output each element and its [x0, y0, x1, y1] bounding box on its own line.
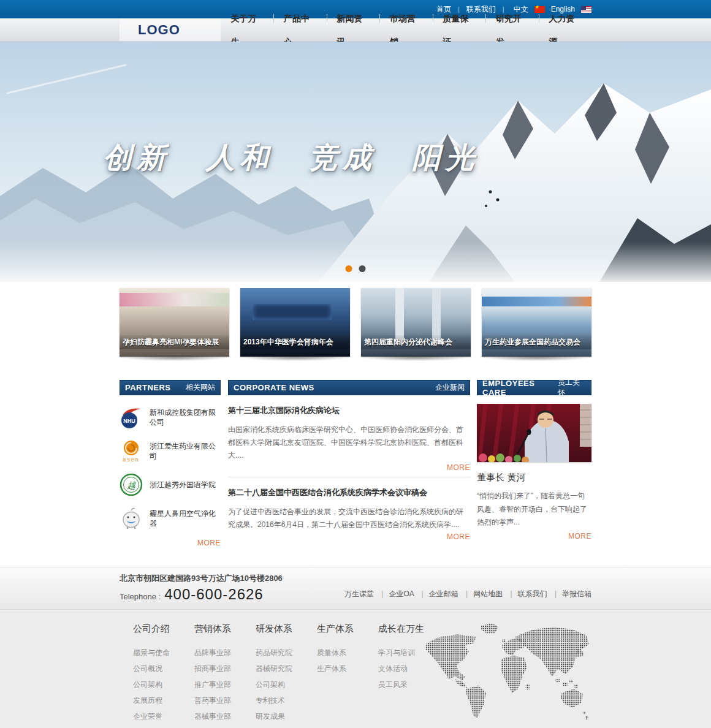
corporate-news-panel: CORPORATE NEWS 企业新闻 第十三届北京国际消化疾病论坛 由国家消化… [228, 380, 470, 547]
partner-link-maixingren[interactable]: 霾星人鼻用空气净化器 [120, 507, 221, 530]
partner-name: 浙江爱生药业有限公司 [150, 441, 221, 461]
partners-title: PARTNERS [125, 383, 171, 392]
carousel-dot-2[interactable] [359, 265, 366, 272]
care-subtitle-link[interactable]: 员工关怀 [558, 377, 586, 398]
carousel-dots [346, 265, 366, 272]
thumbnail-caption: 2013年中华医学会肾病年会 [240, 335, 350, 349]
news-item-body: 由国家消化系统疾病临床医学研究中心、中国医师协会消化医师分会、首都医科大学附属北… [228, 423, 470, 462]
world-map-graphic [421, 620, 596, 725]
footer-link[interactable]: 电商事业部 [194, 724, 256, 728]
news-more-link[interactable]: MORE [228, 463, 470, 472]
main-nav: 关于万生 产品中心 新闻资讯 市场营销 质量保证 研究开发 人力资源 [221, 18, 591, 41]
footer-col-title: 研发体系 [256, 623, 317, 635]
asen-logo-icon: asen [120, 439, 143, 463]
logo[interactable]: LOGO [120, 18, 221, 41]
thumbnail-caption: 孕妇防霾鼻亮相MI孕婴体验展 [120, 335, 229, 349]
footer-link[interactable]: 公司架构 [256, 677, 317, 692]
news-title: CORPORATE NEWS [234, 383, 314, 392]
news-item: 第十三届北京国际消化疾病论坛 由国家消化系统疾病临床医学研究中心、中国医师协会消… [228, 395, 470, 477]
quick-links: 万生课堂 企业OA 企业邮箱 网站地图 联系我们 举报信箱 [344, 589, 591, 603]
svg-text:asen: asen [123, 457, 140, 463]
footer: 公司介绍 愿景与使命 公司概况 公司架构 发展历程 企业荣誉 员工关怀 营销体系… [0, 610, 711, 728]
footer-col-marketing: 营销体系 品牌事业部 招商事业部 推广事业部 普药事业部 器械事业部 电商事业部 [194, 623, 256, 728]
svg-text:NHU: NHU [123, 418, 135, 424]
logo-text: LOGO [138, 22, 180, 38]
care-title: EMPLOYEES CARE [482, 379, 558, 397]
footer-col-production: 生产体系 质量体系 生产体系 [317, 623, 378, 728]
footer-link[interactable]: 公司架构 [133, 677, 194, 692]
quicklink-mail[interactable]: 企业邮箱 [416, 590, 458, 598]
thumbnail-expo-4[interactable]: 万生药业参展全国药品交易会 [482, 288, 591, 357]
news-item-title[interactable]: 第十三届北京国际消化疾病论坛 [228, 405, 470, 416]
footer-link[interactable]: 专利技术 [256, 692, 317, 708]
partners-header: PARTNERS 相关网站 [120, 380, 221, 395]
footer-link[interactable]: 企业荣誉 [133, 708, 194, 724]
quicklink-oa[interactable]: 企业OA [376, 590, 414, 598]
quicklink-sitemap[interactable]: 网站地图 [460, 590, 503, 598]
care-body: “悄悄的我们来了”，随着黄总一句风趣、睿智的开场白，台下响起了热烈的掌声... [477, 490, 591, 529]
footer-link[interactable]: 推广事业部 [194, 677, 256, 692]
partner-link-asen[interactable]: asen 浙江爱生药业有限公司 [120, 439, 221, 463]
company-address: 北京市朝阳区建国路93号万达广场10号楼2806 [120, 573, 283, 584]
footer-link[interactable]: 公司概况 [133, 661, 194, 677]
care-header: EMPLOYEES CARE 员工关怀 [477, 380, 591, 395]
svg-text:越: 越 [127, 481, 136, 490]
thumbnail-caption: 第四届重阳内分泌代谢峰会 [361, 335, 471, 349]
footer-link[interactable]: 器械研究院 [256, 661, 317, 677]
footer-col-title: 营销体系 [194, 623, 256, 635]
care-more-link[interactable]: MORE [477, 532, 591, 540]
footer-link[interactable]: 器械事业部 [194, 708, 256, 724]
hero-banner: 创新人和竞成阳光 [0, 42, 711, 282]
footer-link[interactable]: 普药事业部 [194, 692, 256, 708]
nhu-logo-icon: NHU [120, 406, 143, 429]
news-subtitle-link[interactable]: 企业新闻 [435, 382, 465, 393]
partner-link-nhu[interactable]: NHU 新和成控股集团有限公司 [120, 406, 221, 429]
partners-panel: PARTNERS 相关网站 NHU 新和成控股集团有限公司 asen 浙江 [120, 380, 221, 547]
news-header: CORPORATE NEWS 企业新闻 [228, 380, 470, 395]
maixingren-mascot-icon [120, 507, 143, 530]
partner-name: 新和成控股集团有限公司 [150, 408, 221, 427]
news-item: 第二十八届全国中西医结合消化系统疾病学术会议审稿会 为了促进中西医结合事业的发展… [228, 477, 470, 546]
quicklink-report[interactable]: 举报信箱 [549, 590, 591, 598]
chairman-speech-photo[interactable] [477, 404, 591, 462]
employees-care-panel: EMPLOYEES CARE 员工关怀 [477, 380, 591, 547]
footer-link[interactable]: 质量体系 [317, 645, 378, 661]
partner-name: 霾星人鼻用空气净化器 [150, 509, 221, 528]
chairman-name[interactable]: 董事长 黄河 [477, 472, 591, 483]
content-columns: PARTNERS 相关网站 NHU 新和成控股集团有限公司 asen 浙江 [0, 380, 711, 547]
footer-link[interactable]: 品牌事业部 [194, 645, 256, 661]
footer-col-company: 公司介绍 愿景与使命 公司概况 公司架构 发展历程 企业荣誉 员工关怀 [133, 623, 194, 728]
footer-link[interactable]: 研发成果 [256, 708, 317, 724]
footer-link[interactable]: 愿景与使命 [133, 645, 194, 661]
partner-link-yuexiu[interactable]: 越 浙江越秀外国语学院 [120, 473, 221, 496]
telephone-label: Telephone : [120, 592, 161, 601]
footer-col-title: 公司介绍 [133, 623, 194, 635]
thumbnail-expo-3[interactable]: 第四届重阳内分泌代谢峰会 [361, 288, 471, 357]
news-more-link[interactable]: MORE [228, 533, 470, 541]
footer-link[interactable]: 员工关怀 [133, 724, 194, 728]
contact-block: 北京市朝阳区建国路93号万达广场10号楼2806 Telephone : 400… [120, 573, 283, 603]
news-item-title[interactable]: 第二十八届全国中西医结合消化系统疾病学术会议审稿会 [228, 487, 470, 498]
footer-link[interactable]: 生产体系 [317, 661, 378, 677]
footer-link[interactable]: 发展历程 [133, 692, 194, 708]
footer-col-title: 生产体系 [317, 623, 378, 635]
partners-subtitle-link[interactable]: 相关网站 [186, 382, 215, 393]
thumbnail-expo-1[interactable]: 孕妇防霾鼻亮相MI孕婴体验展 [120, 288, 229, 357]
footer-link[interactable]: 药品研究院 [256, 645, 317, 661]
site-header: LOGO 关于万生 产品中心 新闻资讯 市场营销 质量保证 研究开发 人力资源 [0, 18, 711, 42]
yuexiu-emblem-icon: 越 [120, 473, 143, 496]
quicklink-contact[interactable]: 联系我们 [504, 590, 547, 598]
telephone-number: 400-600-2626 [164, 586, 263, 603]
thumbnail-caption: 万生药业参展全国药品交易会 [482, 335, 591, 349]
contact-strip: 北京市朝阳区建国路93号万达广场10号楼2806 Telephone : 400… [0, 567, 711, 610]
news-thumbnails: 孕妇防霾鼻亮相MI孕婴体验展 2013年中华医学会肾病年会 第四届重阳内分泌代谢… [0, 288, 711, 357]
footer-link[interactable]: 招商事业部 [194, 661, 256, 677]
footer-col-rnd: 研发体系 药品研究院 器械研究院 公司架构 专利技术 研发成果 [256, 623, 317, 728]
partners-more-link[interactable]: MORE [120, 530, 221, 547]
hero-slogan: 创新人和竞成阳光 [103, 138, 515, 177]
thumbnail-expo-2[interactable]: 2013年中华医学会肾病年会 [240, 288, 350, 357]
news-item-body: 为了促进中西医结合事业的发展，交流中西医结合诊治消化系统疾病的研究成果。2016… [228, 506, 470, 531]
carousel-dot-1[interactable] [346, 265, 352, 272]
partner-name: 浙江越秀外国语学院 [150, 480, 216, 490]
quicklink-classroom[interactable]: 万生课堂 [344, 590, 374, 598]
